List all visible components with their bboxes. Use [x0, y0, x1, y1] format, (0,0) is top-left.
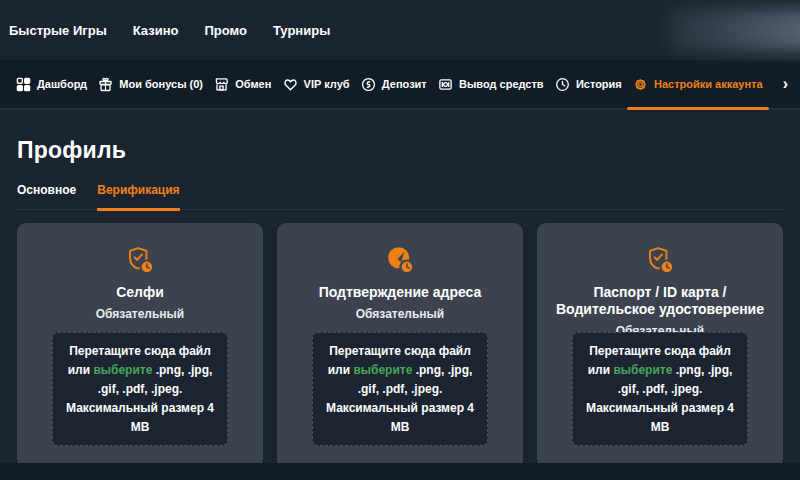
shield-check-clock-icon: [17, 245, 263, 276]
dropzone-text: Перетащите сюда файл или выберите .png, …: [325, 342, 475, 437]
nav-item-deposit[interactable]: Депозит: [361, 60, 427, 108]
account-nav: Дашборд Мои бонусы (0) Обмен: [0, 60, 800, 110]
blurred-user-info: [668, 9, 800, 51]
file-dropzone[interactable]: Перетащите сюда файл или выберите .png, …: [572, 332, 748, 446]
card-title: Паспорт / ID карта / Водительское удосто…: [537, 284, 783, 318]
nav-item-label: Обмен: [235, 78, 271, 90]
dropzone-text: Перетащите сюда файл или выберите .png, …: [65, 342, 215, 437]
nav-item-label: Вывод средств: [459, 78, 544, 90]
card-requirement: Обязательный: [17, 307, 263, 321]
card-requirement: Обязательный: [277, 307, 523, 321]
main-content: Профиль Основное Верификация Селфи Обяза…: [0, 137, 800, 469]
card-title: Селфи: [17, 284, 263, 301]
nav-item-account-settings[interactable]: Настройки аккаунта: [633, 60, 763, 108]
top-nav-promo[interactable]: Промо: [204, 23, 246, 38]
dropzone-text: Перетащите сюда файл или выберите .png, …: [585, 342, 735, 437]
dashboard-icon: [16, 77, 31, 92]
shop-icon: [214, 77, 229, 92]
nav-item-bonuses[interactable]: Мои бонусы (0): [98, 60, 203, 108]
account-nav-items: Дашборд Мои бонусы (0) Обмен: [16, 60, 763, 108]
page-title: Профиль: [17, 137, 783, 164]
nav-item-history[interactable]: История: [555, 60, 622, 108]
nav-item-withdrawal[interactable]: Вывод средств: [438, 60, 544, 108]
shield-check-clock-icon: [537, 245, 783, 276]
footer-strip: [0, 463, 800, 480]
nav-item-label: Мои бонусы (0): [119, 78, 203, 90]
verification-card-passport: Паспорт / ID карта / Водительское удосто…: [537, 223, 783, 469]
nav-scroll-next-chevron-icon[interactable]: ›: [783, 76, 788, 92]
nav-item-exchange[interactable]: Обмен: [214, 60, 271, 108]
nav-item-label: История: [576, 78, 622, 90]
verification-card-selfie: Селфи Обязательный Перетащите сюда файл …: [17, 223, 263, 469]
compass-clock-icon: [277, 245, 523, 276]
history-clock-icon: [555, 77, 570, 92]
file-dropzone[interactable]: Перетащите сюда файл или выберите .png, …: [312, 332, 488, 446]
top-bar: Быстрые Игры Казино Промо Турниры: [0, 0, 800, 60]
profile-tabs: Основное Верификация: [17, 183, 783, 210]
nav-item-label: Настройки аккаунта: [654, 78, 763, 90]
coin-icon: [361, 77, 376, 92]
nav-item-label: Дашборд: [37, 78, 87, 90]
nav-item-label: VIP клуб: [304, 78, 350, 90]
gear-icon: [633, 77, 648, 92]
top-nav-tournaments[interactable]: Турниры: [273, 23, 330, 38]
nav-item-vip-club[interactable]: VIP клуб: [283, 60, 350, 108]
gift-icon: [98, 77, 113, 92]
card-title: Подтверждение адреса: [277, 284, 523, 301]
tab-verification[interactable]: Верификация: [97, 183, 179, 211]
nav-item-dashboard[interactable]: Дашборд: [16, 60, 87, 108]
top-nav-casino[interactable]: Казино: [133, 23, 179, 38]
heart-icon: [283, 77, 298, 92]
file-dropzone[interactable]: Перетащите сюда файл или выберите .png, …: [52, 332, 228, 446]
tab-main[interactable]: Основное: [17, 183, 76, 209]
verification-cards: Селфи Обязательный Перетащите сюда файл …: [17, 223, 783, 469]
verification-card-address: Подтверждение адреса Обязательный Перета…: [277, 223, 523, 469]
dropzone-browse-link[interactable]: выберите: [613, 363, 672, 377]
nav-item-label: Депозит: [382, 78, 427, 90]
top-nav-fast-games[interactable]: Быстрые Игры: [9, 23, 107, 38]
dropzone-browse-link[interactable]: выберите: [93, 363, 152, 377]
banknote-icon: [438, 77, 453, 92]
dropzone-browse-link[interactable]: выберите: [353, 363, 412, 377]
